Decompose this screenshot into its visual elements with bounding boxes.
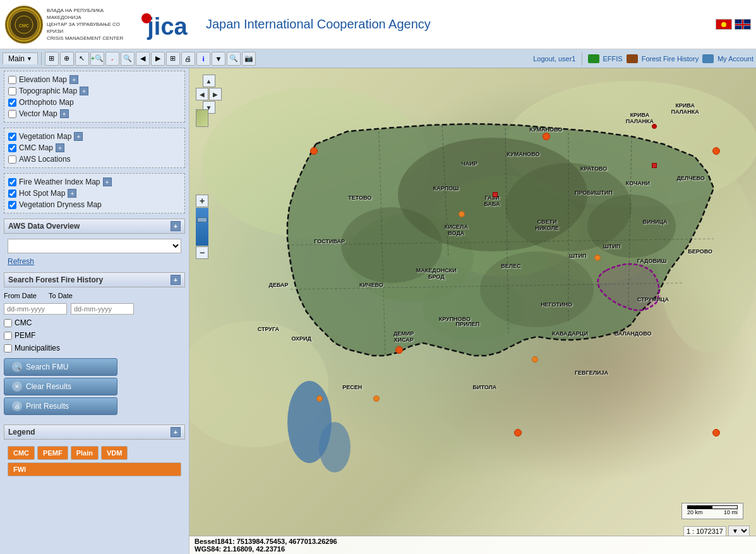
vegetation-expand[interactable]: + xyxy=(74,132,83,141)
aws-checkbox[interactable] xyxy=(8,155,16,164)
forest-fire-link[interactable]: Forest Fire History xyxy=(642,55,699,63)
tool-extent-btn[interactable]: ⊞ xyxy=(45,52,59,66)
elevation-expand[interactable]: + xyxy=(69,75,78,84)
main-tab-label: Main xyxy=(8,54,25,63)
refresh-link[interactable]: Refresh xyxy=(8,257,181,266)
topographic-checkbox[interactable] xyxy=(8,87,16,95)
search-fmu-icon: 🔍 xyxy=(12,362,22,372)
hotspot-3 xyxy=(543,133,550,140)
legend-section-header[interactable]: Legend + xyxy=(4,425,185,440)
hotspot-4 xyxy=(652,124,657,129)
legend-plain[interactable]: Plain xyxy=(71,446,99,460)
vdm-checkbox[interactable] xyxy=(8,201,16,209)
print-results-button[interactable]: 🖨 Print Results xyxy=(4,397,117,415)
clear-results-button[interactable]: ✕ Clear Results xyxy=(4,378,117,395)
vector-checkbox[interactable] xyxy=(8,110,16,118)
aws-section: AWS Data Overview + Refresh xyxy=(0,216,189,270)
layer-elevation: Elevation Map + xyxy=(7,74,182,85)
sidebar: Elevation Map + Topographic Map + Orthop… xyxy=(0,68,189,554)
layer-vegetation: Vegetation Map + xyxy=(7,131,182,142)
search-section: Search Forest Fire History + From Date T… xyxy=(0,270,189,419)
logout-btn[interactable]: Logout, user1 xyxy=(533,55,575,63)
pemf-search-label: PEMF xyxy=(15,331,35,340)
legend-vdm[interactable]: VDM xyxy=(101,446,128,460)
right-tools: Logout, user1 EFFIS Forest Fire History … xyxy=(533,52,753,65)
hotspot-checkbox[interactable] xyxy=(8,190,16,198)
tool-zoomin-btn[interactable]: +🔍 xyxy=(90,52,104,66)
zoom-in-btn[interactable]: + xyxy=(196,195,208,207)
layer-group-thematic: Vegetation Map + CMC Map + AWS Locations xyxy=(4,128,185,168)
cmc-search-checkbox[interactable] xyxy=(4,319,12,327)
aws-section-title: AWS Data Overview xyxy=(8,222,80,231)
cmc-checkbox[interactable] xyxy=(8,144,16,152)
tool-grid-btn[interactable]: ⊕ xyxy=(60,52,74,66)
scale-bar: 20 km 10 mi xyxy=(681,503,743,519)
tool-magnify-btn[interactable]: 🔍 xyxy=(227,52,241,66)
overview-map[interactable] xyxy=(196,109,208,127)
aws-expand-btn[interactable]: + xyxy=(171,221,181,231)
date-inputs-row xyxy=(4,301,185,316)
tool-cursor-btn[interactable]: ↖ xyxy=(75,52,89,66)
tool-bookmark-btn[interactable]: ▼ xyxy=(212,52,225,66)
hotspot-8 xyxy=(395,346,403,354)
map-area[interactable]: ▲ ◀ ▶ ▼ + − КУМАНОВО КРИВАПАЛАНКА КРИВАП… xyxy=(189,68,756,554)
legend-title: Legend xyxy=(8,428,35,437)
bessel-coords: Bessel1841: 7513984.75453, 4677013.26296 xyxy=(195,538,751,545)
logo-left: CMC ВЛАДА НА РЕПУБЛИКА МАКЕДОНИЈА ЦЕНТАР… xyxy=(5,6,129,44)
map-zoom-controls: + − xyxy=(196,195,208,259)
main-tab[interactable]: Main ▼ xyxy=(3,52,38,64)
municipalities-checkbox[interactable] xyxy=(4,344,12,352)
tool-pan-left-btn[interactable]: ◀ xyxy=(136,52,150,66)
layer-aws: AWS Locations xyxy=(7,154,182,165)
tool-info-btn[interactable]: i xyxy=(196,52,210,66)
aws-label: AWS Locations xyxy=(19,155,71,164)
legend-fwi[interactable]: FWI xyxy=(8,462,181,476)
hotspot-expand[interactable]: + xyxy=(68,189,76,198)
pemf-search-checkbox[interactable] xyxy=(4,332,12,340)
nav-right-btn[interactable]: ▶ xyxy=(209,88,222,100)
municipalities-check-label: Municipalities xyxy=(4,344,60,352)
my-account-link[interactable]: My Account xyxy=(717,55,753,63)
hotspot-14 xyxy=(493,192,498,197)
aws-section-header[interactable]: AWS Data Overview + xyxy=(4,219,185,234)
zoom-scale-label: 1 : 1072317 xyxy=(683,526,726,536)
coordinate-bar: Bessel1841: 7513984.75453, 4677013.26296… xyxy=(189,536,756,554)
tool-pan-right-btn[interactable]: ▶ xyxy=(151,52,165,66)
zoom-slider[interactable] xyxy=(196,208,208,246)
tool-zoombox-btn[interactable]: 🔍 xyxy=(121,52,135,66)
legend-cmc[interactable]: CMC xyxy=(8,446,35,460)
main-layout: Elevation Map + Topographic Map + Orthop… xyxy=(0,68,756,554)
tool-camera-btn[interactable]: 📷 xyxy=(242,52,256,66)
elevation-checkbox[interactable] xyxy=(8,76,16,84)
fwi-expand[interactable]: + xyxy=(103,178,112,186)
fwi-checkbox[interactable] xyxy=(8,178,16,186)
search-expand-btn[interactable]: + xyxy=(171,275,181,285)
tool-print-btn[interactable]: 🖨 xyxy=(181,52,195,66)
legend-expand-btn[interactable]: + xyxy=(171,427,181,437)
search-section-content: From Date To Date CMC PEMF xyxy=(0,287,189,419)
from-date-input[interactable] xyxy=(4,303,67,315)
orthophoto-checkbox[interactable] xyxy=(8,99,16,107)
nav-left-btn[interactable]: ◀ xyxy=(196,88,208,100)
aws-dropdown[interactable] xyxy=(8,239,181,253)
govt-text: ВЛАДА НА РЕПУБЛИКА МАКЕДОНИЈА ЦЕНТАР ЗА … xyxy=(47,7,129,42)
layer-cmc: CMC Map + xyxy=(7,142,182,154)
to-date-input[interactable] xyxy=(71,303,134,315)
tool-layers-btn[interactable]: ⊞ xyxy=(166,52,180,66)
cmc-expand[interactable]: + xyxy=(56,143,64,152)
legend-pemf[interactable]: PEMF xyxy=(37,446,68,460)
wgs-coords: WGS84: 21.16809, 42.23716 xyxy=(195,545,751,553)
zoom-level-select[interactable]: ▼ xyxy=(728,526,750,536)
zoom-level-selector[interactable]: 1 : 1072317 ▼ xyxy=(683,526,750,536)
effis-link[interactable]: EFFIS xyxy=(603,55,623,63)
hotspot-12 xyxy=(712,429,720,437)
tool-zoomout-btn[interactable]: - xyxy=(105,52,119,66)
cmc-label: CMC Map xyxy=(19,143,53,152)
search-fmu-button[interactable]: 🔍 Search FMU xyxy=(4,358,117,376)
search-section-header[interactable]: Search Forest Fire History + xyxy=(4,272,185,287)
nav-up-btn[interactable]: ▲ xyxy=(203,75,215,87)
topographic-expand[interactable]: + xyxy=(80,87,88,95)
vector-expand[interactable]: + xyxy=(60,109,69,118)
zoom-out-btn[interactable]: − xyxy=(196,246,208,259)
vegetation-checkbox[interactable] xyxy=(8,133,16,141)
